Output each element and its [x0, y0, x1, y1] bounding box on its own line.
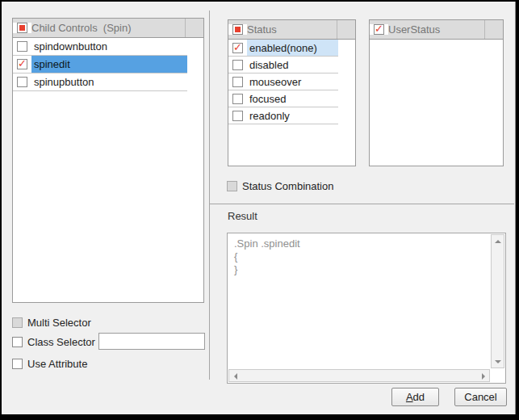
child-controls-list: Child Controls (Spin) spindownbutton spi…	[12, 18, 204, 303]
checkbox-indeterminate-icon[interactable]	[17, 23, 27, 33]
selector-builder-dialog: Child Controls (Spin) spindownbutton spi…	[2, 2, 516, 414]
checkbox-disabled-icon	[12, 317, 23, 328]
list-item-label: mouseover	[247, 74, 338, 90]
child-controls-title: Child Controls (Spin)	[31, 22, 132, 34]
dialog-window: Child Controls (Spin) spindownbutton spi…	[0, 0, 519, 420]
checkbox-indeterminate-icon[interactable]	[232, 24, 243, 35]
userstatus-header-checkbox-cell	[370, 24, 388, 35]
scroll-up-icon	[495, 240, 501, 243]
scroll-down-icon	[495, 360, 501, 363]
checkbox-unchecked-icon[interactable]	[12, 337, 23, 347]
status-title: Status	[247, 23, 277, 36]
scrollbar-down-button[interactable]	[492, 355, 504, 368]
checkbox-cell	[13, 74, 31, 90]
child-controls-header[interactable]: Child Controls (Spin)	[13, 19, 203, 38]
checkbox-cell	[13, 38, 31, 55]
checkbox-disabled-icon	[227, 181, 237, 191]
list-item-spinedit[interactable]: spinedit	[13, 56, 187, 74]
section-divider-vertical	[209, 10, 210, 380]
status-combination-option[interactable]: Status Combination	[227, 180, 333, 192]
list-item-spindownbutton[interactable]: spindownbutton	[13, 38, 187, 56]
checkbox-unchecked-icon[interactable]	[17, 41, 27, 52]
class-selector-label: Class Selector	[27, 336, 95, 348]
checkbox-unchecked-icon[interactable]	[232, 60, 243, 70]
list-item-label: disabled	[247, 57, 338, 73]
list-item-readonly[interactable]: readonly	[228, 107, 338, 124]
list-item-spinupbutton[interactable]: spinupbutton	[13, 74, 187, 91]
cancel-button[interactable]: Cancel	[454, 388, 507, 406]
status-list: Status enabled(none) disabled mouseove	[228, 19, 356, 166]
userstatus-title: UserStatus	[388, 23, 440, 36]
checkbox-unchecked-icon[interactable]	[12, 359, 23, 369]
checkbox-unchecked-icon[interactable]	[232, 94, 243, 104]
list-item-focused[interactable]: focused	[228, 90, 338, 107]
use-attribute-option[interactable]: Use Attribute	[12, 358, 87, 370]
list-item-disabled[interactable]: disabled	[228, 57, 338, 74]
class-selector-input[interactable]	[98, 333, 205, 350]
child-controls-header-checkbox-cell	[13, 23, 31, 33]
result-horizontal-scrollbar[interactable]	[228, 369, 490, 382]
header-divider	[337, 20, 337, 39]
checkbox-cell	[228, 74, 247, 90]
list-item-label: spinupbutton	[31, 74, 187, 90]
checkbox-cell	[228, 107, 247, 124]
status-combination-label: Status Combination	[242, 180, 333, 192]
result-output-box[interactable]: .Spin .spinedit { }	[227, 233, 506, 384]
section-divider-horizontal	[209, 204, 514, 204]
checkbox-unchecked-icon[interactable]	[232, 111, 243, 121]
checkbox-checked-icon[interactable]	[17, 59, 27, 69]
use-attribute-label: Use Attribute	[27, 358, 87, 370]
checkbox-cell	[228, 90, 247, 107]
checkbox-unchecked-icon[interactable]	[17, 77, 27, 87]
result-vertical-scrollbar[interactable]	[491, 234, 504, 368]
result-css-text: .Spin .spinedit { }	[228, 233, 490, 368]
list-item-label: enabled(none)	[247, 40, 338, 56]
userstatus-header[interactable]: UserStatus	[370, 20, 503, 40]
checkbox-checked-icon[interactable]	[374, 24, 384, 35]
scroll-right-icon	[482, 373, 485, 380]
scrollbar-left-button[interactable]	[229, 370, 241, 382]
multi-selector-label: Multi Selector	[27, 317, 91, 329]
list-item-label: spinedit	[31, 56, 187, 73]
result-label: Result	[228, 210, 257, 222]
checkbox-cell	[228, 40, 247, 56]
scrollbar-right-button[interactable]	[477, 370, 489, 382]
class-selector-option[interactable]: Class Selector	[12, 336, 95, 348]
list-item-label: spindownbutton	[31, 38, 187, 55]
add-button-label: Add	[406, 391, 425, 403]
scroll-left-icon	[234, 373, 237, 380]
userstatus-list: UserStatus	[369, 19, 504, 166]
checkbox-unchecked-icon[interactable]	[232, 77, 243, 87]
checkbox-cell	[13, 56, 31, 73]
list-item-label: readonly	[247, 107, 338, 124]
header-divider	[484, 20, 485, 39]
multi-selector-option[interactable]: Multi Selector	[12, 317, 91, 329]
checkbox-cell	[228, 57, 247, 73]
scrollbar-up-button[interactable]	[492, 235, 504, 247]
list-item-label: focused	[247, 90, 338, 107]
header-divider	[185, 19, 186, 37]
status-header-checkbox-cell	[228, 24, 247, 35]
list-item-enabled-none[interactable]: enabled(none)	[228, 40, 338, 57]
checkbox-checked-icon[interactable]	[232, 43, 243, 53]
add-button[interactable]: Add	[391, 388, 439, 406]
list-item-mouseover[interactable]: mouseover	[228, 74, 338, 90]
cancel-button-label: Cancel	[464, 391, 496, 403]
status-header[interactable]: Status	[228, 20, 355, 40]
